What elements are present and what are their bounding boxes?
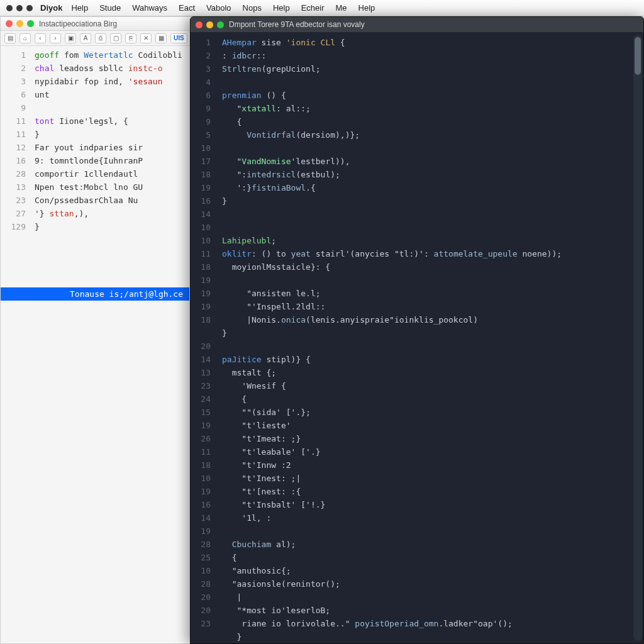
scrollbar-thumb[interactable] [635, 37, 641, 75]
zoom-icon[interactable] [217, 21, 224, 28]
zoom-icon[interactable] [27, 20, 34, 27]
code-line[interactable]: "t'Innw :2 [222, 458, 643, 472]
code-line[interactable]: chal leadoss sbllc instc-o [35, 62, 182, 75]
minimize-icon[interactable] [206, 21, 213, 28]
code-line[interactable] [222, 142, 643, 155]
code-line[interactable] [222, 75, 643, 89]
code-line[interactable]: } [222, 326, 643, 340]
code-line[interactable]: comportir 1cllendautl [35, 167, 182, 180]
toolbar-button[interactable]: › [50, 33, 61, 43]
toolbar-button[interactable]: ‹ [35, 33, 46, 43]
code-line[interactable] [222, 221, 643, 234]
close-icon[interactable] [196, 21, 203, 28]
code-line[interactable]: { [222, 115, 643, 128]
code-line[interactable] [222, 274, 643, 287]
menubar-item[interactable]: Wahways [132, 3, 167, 13]
code-line[interactable]: 'Wnesif { [222, 379, 643, 392]
code-line[interactable]: "t'[nest: :{ [222, 485, 643, 498]
traffic-lights[interactable] [196, 21, 224, 28]
line-number: 28 [191, 577, 211, 591]
dark-gutter: 1234699510171819161410101118191919182014… [191, 32, 217, 643]
code-line[interactable]: 9: tomntlonde{IuhnranP [35, 154, 182, 167]
code-line[interactable] [222, 208, 643, 221]
menubar-app-name[interactable]: Diyok [40, 3, 62, 13]
code-line[interactable]: "ansisten le.l; [222, 287, 643, 300]
code-line[interactable]: } [222, 194, 643, 208]
code-line[interactable]: "t'leabale' ['.} [222, 445, 643, 458]
light-code-area[interactable]: gooff fom Wetertatlc Codilobli chal lead… [31, 46, 182, 236]
code-line[interactable]: '} sttan,), [35, 207, 182, 220]
code-line[interactable]: "xtatall: al::; [222, 102, 643, 115]
code-line[interactable]: { [222, 551, 643, 564]
menubar-item[interactable]: Me [336, 3, 347, 13]
code-line[interactable]: Vontidrfal(dersiom),)}; [222, 128, 643, 142]
code-line[interactable]: Cbuchiam al); [222, 538, 643, 551]
menubar-item[interactable]: Nops [243, 3, 262, 13]
code-line[interactable]: Far yout indparies sir [35, 141, 182, 154]
selected-line[interactable]: Tonause is;/antj@lgh.ce [1, 287, 189, 301]
toolbar-button[interactable]: ✕ [140, 33, 152, 43]
code-line[interactable]: { [222, 392, 643, 406]
code-line[interactable]: } [222, 630, 643, 643]
toolbar-button[interactable]: ⌂ [19, 33, 31, 43]
code-line[interactable]: prenmian () { [222, 89, 643, 102]
toolbar-button[interactable]: A [80, 33, 91, 43]
code-line[interactable]: "t'lieste' [222, 419, 643, 432]
dark-titlebar[interactable]: Dmpont Torere 9TA edbector isan vovaly [191, 17, 643, 32]
code-line[interactable]: "t'Insbalt' ['!.} [222, 498, 643, 511]
code-line[interactable]: "anuthosic{; [222, 564, 643, 577]
code-line[interactable]: paJitice stipl)} { [222, 353, 643, 366]
code-line[interactable] [222, 525, 643, 538]
menubar-item[interactable]: Help [358, 3, 375, 13]
code-line[interactable]: "*most io'leserloB; [222, 604, 643, 617]
code-line[interactable] [35, 101, 182, 114]
foreground-editor-window[interactable]: Dmpont Torere 9TA edbector isan vovaly 1… [190, 16, 644, 644]
code-line[interactable]: gooff fom Wetertatlc Codilobli [35, 48, 182, 62]
toolbar-button[interactable]: ⎘ [125, 33, 136, 43]
code-line[interactable]: "t'Inest: ;| [222, 472, 643, 485]
dark-code-area[interactable]: AHempar sise 'ionic CLl {: idbcr::Strltr… [217, 32, 643, 643]
code-line[interactable]: Con/pssedbasrChlaa Nu [35, 194, 182, 207]
toolbar-button[interactable]: ▦ [155, 33, 167, 43]
code-line[interactable]: Npen test:Mobcl lno GU [35, 180, 182, 194]
traffic-lights[interactable] [6, 20, 34, 27]
code-line[interactable]: nypidabir fop ind, 'sesaun [35, 75, 182, 88]
code-line[interactable]: "aasionsle(renintor(); [222, 577, 643, 591]
toolbar-button[interactable]: ▣ [65, 33, 76, 43]
toolbar-button[interactable]: ▤ [4, 33, 16, 43]
code-line[interactable]: Lahipelubl; [222, 234, 643, 247]
menubar-item[interactable]: Help [273, 3, 290, 13]
code-line[interactable]: "t'Imeat: ;} [222, 432, 643, 445]
close-icon[interactable] [6, 20, 13, 27]
code-line[interactable]: ':}fistniaBowl.{ [222, 181, 643, 194]
code-line[interactable]: } [35, 220, 182, 233]
code-line[interactable]: ":intedrsicl(estbul); [222, 168, 643, 181]
code-line[interactable]: mstalt {; [222, 366, 643, 379]
code-line[interactable]: '1l, : [222, 511, 643, 525]
code-line[interactable]: |Nonis.onica(lenis.anyispraie"ioinklis_p… [222, 313, 643, 326]
code-line[interactable]: ""(sida' ['.}; [222, 406, 643, 419]
code-line[interactable]: "'Inspell.2ldl:: [222, 300, 643, 313]
menubar-item[interactable]: Stude [99, 3, 121, 13]
code-line[interactable]: moyionlMsstaicle}: { [222, 260, 643, 274]
menubar-item[interactable]: Eact [179, 3, 195, 13]
code-line[interactable]: | [222, 591, 643, 604]
menubar-item[interactable]: Vabolo [206, 3, 231, 13]
code-line[interactable]: riane io lorivolale.." poyistOperiad_omn… [222, 617, 643, 630]
code-line[interactable]: "VandNomise'lestberl)), [222, 155, 643, 168]
vertical-scrollbar[interactable] [633, 35, 642, 641]
code-line[interactable]: : idbcr:: [222, 49, 643, 62]
code-line[interactable]: AHempar sise 'ionic CLl { [222, 36, 643, 49]
toolbar-button[interactable]: ⎙ [95, 33, 106, 43]
code-line[interactable]: } [35, 128, 182, 141]
code-line[interactable]: oklitr: () to yeat stairl'(anycies "tl:)… [222, 247, 643, 260]
code-line[interactable]: unt [35, 88, 182, 101]
toolbar-badge[interactable]: UIS [170, 33, 187, 43]
code-line[interactable] [222, 340, 643, 353]
toolbar-button[interactable]: ▢ [110, 33, 121, 43]
code-line[interactable]: tont Iione'legsl, { [35, 114, 182, 128]
menubar-item[interactable]: Echeir [301, 3, 325, 13]
menubar-item[interactable]: Help [71, 3, 88, 13]
code-line[interactable]: Strltren(grepUcionl; [222, 62, 643, 75]
minimize-icon[interactable] [16, 20, 23, 27]
